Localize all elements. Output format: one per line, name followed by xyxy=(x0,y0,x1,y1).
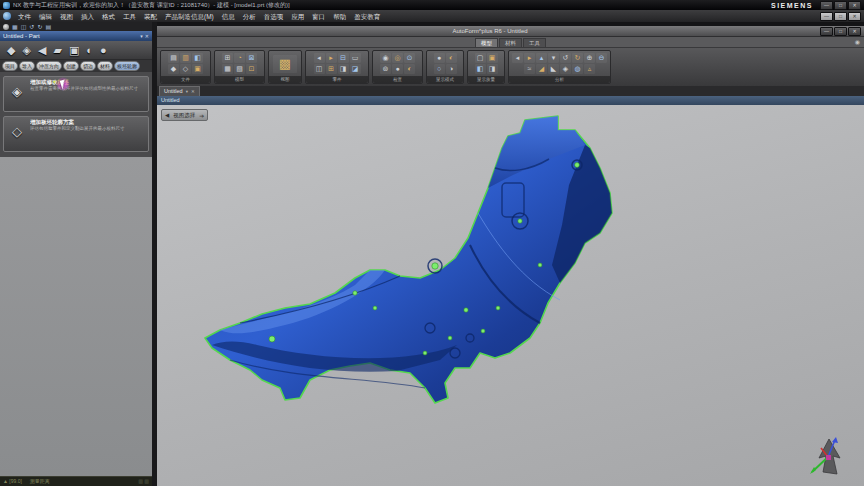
part-menu-icon[interactable]: ▾ xyxy=(140,32,143,40)
panel-logo-icon[interactable] xyxy=(3,24,9,30)
view-selector[interactable]: ◀ 视图选择 ➔ xyxy=(161,109,208,121)
panel-quick-icon-2[interactable]: ↺ xyxy=(29,23,34,31)
os-close-button[interactable]: ✕ xyxy=(848,1,861,10)
toolbar-icon-模型-1[interactable]: ◔ xyxy=(234,53,245,63)
toolbar-icon-模型-0[interactable]: ⊞ xyxy=(222,53,233,63)
panel-quick-icon-3[interactable]: ↻ xyxy=(37,23,42,31)
autoform-minimize-button[interactable]: — xyxy=(820,27,833,36)
menu-item-窗口[interactable]: 窗口 xyxy=(308,11,329,22)
step-tab-切边[interactable]: 切边 xyxy=(80,61,96,71)
toolbar-icon-显示质量-2[interactable]: ◧ xyxy=(475,64,486,74)
menu-item-插入[interactable]: 插入 xyxy=(77,11,98,22)
toolbar-icon-模型-3[interactable]: ▦ xyxy=(222,64,233,74)
menu-item-应用[interactable]: 应用 xyxy=(287,11,308,22)
toolbar-icon-检查-0[interactable]: ◉ xyxy=(380,53,391,63)
viewport-3d[interactable]: ◀ 视图选择 ➔ xyxy=(157,105,864,486)
ribbon-tab-工具[interactable]: 工具 xyxy=(523,38,546,47)
panel-tool-icon-3[interactable]: ▰ xyxy=(53,42,61,58)
panel-quick-icon-0[interactable]: ▦ xyxy=(12,23,18,31)
toolbar-icon-检查-5[interactable]: ◐ xyxy=(404,64,415,74)
panel-tool-icon-1[interactable]: ◈ xyxy=(22,42,30,58)
ribbon-tab-材料[interactable]: 材料 xyxy=(499,38,522,47)
step-tab-板坯轮廓[interactable]: 板坯轮廓 xyxy=(114,61,140,71)
toolbar-icon-分析-13[interactable]: ▵ xyxy=(584,64,595,74)
toolbar-icon-检查-2[interactable]: ⊙ xyxy=(404,53,415,63)
toolbar-icon-文件-2[interactable]: ◧ xyxy=(192,53,203,63)
panel-tool-icon-6[interactable]: ● xyxy=(100,42,107,58)
menu-item-装配[interactable]: 装配 xyxy=(140,11,161,22)
mdi-close-button[interactable]: ✕ xyxy=(848,12,861,21)
menu-item-编辑[interactable]: 编辑 xyxy=(35,11,56,22)
doc-tab-menu-icon[interactable]: ▾ xyxy=(186,87,188,96)
toolbar-icon-零件-6[interactable]: ◨ xyxy=(338,64,349,74)
toolbar-icon-显示模式-0[interactable]: ● xyxy=(434,53,445,63)
toolbar-icon-模型-5[interactable]: ⊡ xyxy=(246,64,257,74)
toolbar-icon-分析-11[interactable]: ◈ xyxy=(560,64,571,74)
os-minimize-button[interactable]: — xyxy=(820,1,833,10)
arrow-icon[interactable]: ➔ xyxy=(199,112,204,119)
toolbar-icon-零件-3[interactable]: ▭ xyxy=(350,53,361,63)
toolbar-icon-分析-9[interactable]: ◢ xyxy=(536,64,547,74)
menu-item-工具[interactable]: 工具 xyxy=(119,11,140,22)
toolbar-icon-显示模式-2[interactable]: ○ xyxy=(434,64,445,74)
toolbar-icon-显示模式-3[interactable]: ◑ xyxy=(446,64,457,74)
toolbar-icon-检查-4[interactable]: ● xyxy=(392,64,403,74)
toolbar-icon-分析-4[interactable]: ↺ xyxy=(560,53,571,63)
toolbar-icon-分析-5[interactable]: ↻ xyxy=(572,53,583,63)
panel-quick-icon-4[interactable]: ▤ xyxy=(45,23,51,31)
menu-item-首选项[interactable]: 首选项 xyxy=(260,11,288,22)
toolbar-icon-模型-2[interactable]: ⊠ xyxy=(246,53,257,63)
card-add-blank-outline-plan[interactable]: ◇ 增加板坯轮廓方案 评估包括整零件和定义翻边展开的最小板料尺寸 xyxy=(3,116,149,152)
toolbar-icon-文件-0[interactable]: ▤ xyxy=(168,53,179,63)
ribbon-tab-模型[interactable]: 模型 xyxy=(475,38,498,47)
toolbar-icon-分析-7[interactable]: ⊖ xyxy=(596,53,607,63)
menu-item-文件[interactable]: 文件 xyxy=(14,11,35,22)
toolbar-icon-文件-1[interactable]: ▥ xyxy=(180,53,191,63)
autoform-titlebar[interactable]: AutoForm^plus R6 - Untitled —□✕ xyxy=(157,26,864,37)
doc-tab-untitled[interactable]: Untitled ▾ ✕ xyxy=(159,86,200,96)
step-tab-材料[interactable]: 材料 xyxy=(97,61,113,71)
toolbar-icon-分析-1[interactable]: ▸ xyxy=(524,53,535,63)
autoform-close-button[interactable]: ✕ xyxy=(848,27,861,36)
step-tab-冲压方向[interactable]: 冲压方向 xyxy=(36,61,62,71)
panel-tool-icon-0[interactable]: ◆ xyxy=(7,42,15,58)
toolbar-icon-文件-3[interactable]: ◆ xyxy=(168,64,179,74)
help-icon[interactable]: ◉ xyxy=(855,38,860,46)
panel-tool-icon-4[interactable]: ▣ xyxy=(69,42,79,58)
toolbar-icon-模型-4[interactable]: ▧ xyxy=(234,64,245,74)
menu-item-帮助[interactable]: 帮助 xyxy=(329,11,350,22)
toolbar-icon-零件-5[interactable]: ⊞ xyxy=(326,64,337,74)
toolbar-icon-零件-0[interactable]: ◂ xyxy=(314,53,325,63)
nx-menu-icon[interactable] xyxy=(3,12,11,20)
menu-item-信息[interactable]: 信息 xyxy=(218,11,239,22)
mdi-maximize-button[interactable]: □ xyxy=(834,12,847,21)
mdi-minimize-button[interactable]: — xyxy=(820,12,833,21)
toolbar-icon-显示质量-0[interactable]: ▢ xyxy=(475,53,486,63)
part-3d-model[interactable] xyxy=(157,105,864,486)
toolbar-icon-显示质量-3[interactable]: ◨ xyxy=(487,64,498,74)
card-add-or-modify-blank[interactable]: ◈ 增加或修改板坯 检查零件需要的板坯并评估包括成型性的最小板料尺寸 ✦ xyxy=(3,76,149,112)
menu-item-分析[interactable]: 分析 xyxy=(239,11,260,22)
panel-tool-icon-5[interactable]: ◐ xyxy=(86,42,93,58)
step-tab-创建[interactable]: 创建 xyxy=(63,61,79,71)
collapse-icon[interactable]: ◀ xyxy=(165,112,169,118)
toolbar-icon-检查-1[interactable]: ◎ xyxy=(392,53,403,63)
menu-item-盈安教育[interactable]: 盈安教育 xyxy=(350,11,384,22)
doc-tab-close-icon[interactable]: ✕ xyxy=(191,87,195,96)
toolbar-icon-零件-2[interactable]: ⊟ xyxy=(338,53,349,63)
toolbar-icon-显示模式-1[interactable]: ◐ xyxy=(446,53,457,63)
toolbar-icon-分析-8[interactable]: ≈ xyxy=(524,64,535,74)
menu-item-格式[interactable]: 格式 xyxy=(98,11,119,22)
toolbar-icon-文件-4[interactable]: ◇ xyxy=(180,64,191,74)
toolbar-icon-分析-3[interactable]: ▾ xyxy=(548,53,559,63)
toolbar-icon-文件-5[interactable]: ▣ xyxy=(192,64,203,74)
step-tab-项目[interactable]: 项目 xyxy=(2,61,18,71)
toolbar-icon-零件-7[interactable]: ◪ xyxy=(350,64,361,74)
panel-tool-icon-2[interactable]: ◀ xyxy=(38,42,46,58)
toolbar-icon-分析-6[interactable]: ⊕ xyxy=(584,53,595,63)
toolbar-icon-分析-12[interactable]: ◍ xyxy=(572,64,583,74)
toolbar-icon-零件-4[interactable]: ◫ xyxy=(314,64,325,74)
orientation-triad[interactable] xyxy=(808,434,848,478)
toolbar-icon-分析-10[interactable]: ◣ xyxy=(548,64,559,74)
toolbar-icon-分析-0[interactable]: ◂ xyxy=(512,53,523,63)
